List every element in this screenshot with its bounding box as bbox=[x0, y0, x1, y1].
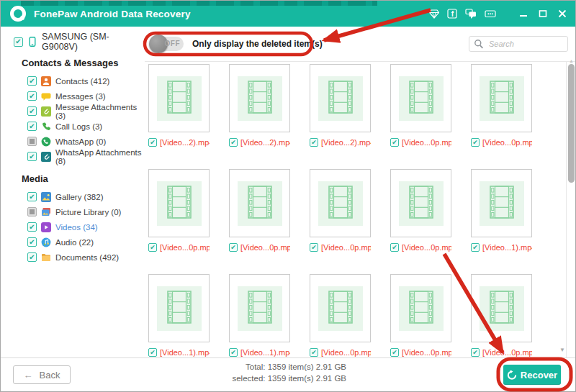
sidebar-item-message-attachments[interactable]: ✔Message Attachments (3) bbox=[27, 104, 145, 119]
sidebar-item-gallery[interactable]: ✔Gallery (382) bbox=[27, 189, 145, 204]
video-item[interactable]: ✔[Video...2).mp4 bbox=[310, 64, 371, 148]
sidebar-item-videos[interactable]: ✔Videos (34) bbox=[27, 219, 145, 234]
video-checkbox[interactable]: ✔ bbox=[471, 138, 480, 147]
video-checkbox[interactable]: ✔ bbox=[229, 243, 238, 252]
video-item[interactable]: ✔[Video...1).mp4 bbox=[229, 274, 290, 358]
search-input[interactable] bbox=[487, 39, 563, 49]
video-checkbox[interactable]: ✔ bbox=[390, 138, 399, 147]
recover-button[interactable]: Recover bbox=[503, 365, 561, 385]
video-item[interactable]: ✔[Video...0p.mp4 bbox=[471, 64, 532, 148]
item-checkbox[interactable]: ✔ bbox=[27, 237, 37, 247]
video-checkbox[interactable]: ✔ bbox=[310, 348, 318, 357]
deleted-only-toggle[interactable]: OFF bbox=[152, 37, 184, 51]
sidebar-item-whatsapp[interactable]: WhatsApp (0) bbox=[27, 134, 145, 149]
video-thumbnail[interactable] bbox=[229, 169, 290, 237]
video-filename: [Video...2).mp4 bbox=[160, 138, 210, 147]
sidebar-item-audio[interactable]: ✔Audio (22) bbox=[27, 234, 145, 250]
back-button[interactable]: ← Back bbox=[13, 365, 71, 384]
item-checkbox[interactable]: ✔ bbox=[27, 192, 37, 201]
video-filename: [Video...1).mp4 bbox=[160, 348, 210, 357]
video-thumbnail[interactable] bbox=[390, 169, 451, 237]
video-item[interactable]: ✔[Video...0p.mp4 bbox=[229, 169, 290, 253]
search-box[interactable] bbox=[469, 36, 568, 52]
video-thumbnail[interactable] bbox=[310, 169, 371, 237]
feedback-icon[interactable] bbox=[465, 9, 477, 19]
video-checkbox[interactable]: ✔ bbox=[471, 243, 480, 252]
device-checkbox[interactable]: ✔ bbox=[14, 37, 23, 47]
video-checkbox[interactable]: ✔ bbox=[229, 348, 238, 357]
video-thumbnail[interactable] bbox=[471, 64, 532, 132]
video-item[interactable]: ✔[Video...0p.mp4 bbox=[390, 274, 451, 358]
video-thumbnail[interactable] bbox=[390, 64, 451, 132]
video-grid: ✔[Video...2).mp4✔[Video...2).mp4✔[Video.… bbox=[148, 64, 532, 358]
thumbnail-placeholder bbox=[480, 286, 524, 331]
video-item[interactable]: ✔[Video...2).mp4 bbox=[229, 64, 290, 148]
video-checkbox[interactable]: ✔ bbox=[390, 243, 399, 252]
video-thumbnail[interactable] bbox=[310, 64, 371, 132]
video-item[interactable]: ✔[Video...0p.mp4 bbox=[390, 169, 451, 253]
video-item[interactable]: ✔[Video...1).mp4 bbox=[148, 274, 210, 358]
video-checkbox[interactable]: ✔ bbox=[471, 348, 480, 357]
video-thumbnail[interactable] bbox=[148, 64, 210, 132]
gallery-icon bbox=[41, 192, 51, 202]
sidebar-item-whatsapp-attachments[interactable]: ✔WhatsApp Attachments (8) bbox=[27, 149, 145, 164]
video-thumbnail[interactable] bbox=[148, 274, 210, 342]
more-menu-icon[interactable] bbox=[485, 9, 496, 19]
device-row[interactable]: ✔ SAMSUNG (SM-G9008V) bbox=[14, 35, 145, 48]
contacts-icon bbox=[41, 76, 51, 86]
video-item[interactable]: ✔[Video...2).mp4 bbox=[148, 64, 210, 148]
scrollbar-up-icon[interactable]: ▲ bbox=[569, 58, 574, 63]
sidebar-item-messages[interactable]: ✔Messages (3) bbox=[27, 88, 145, 104]
facebook-icon[interactable]: f bbox=[447, 9, 457, 19]
item-checkbox[interactable]: ✔ bbox=[27, 76, 37, 86]
video-thumbnail[interactable] bbox=[471, 169, 532, 237]
film-icon bbox=[485, 289, 518, 328]
close-button[interactable] bbox=[558, 9, 567, 18]
video-thumbnail[interactable] bbox=[310, 274, 371, 342]
video-filename: [Video...0p.mp4 bbox=[402, 138, 451, 147]
gem-icon[interactable] bbox=[429, 9, 439, 19]
video-item[interactable]: ✔[Video...0p.mp4 bbox=[310, 169, 371, 253]
video-thumbnail[interactable] bbox=[229, 64, 290, 132]
minimize-button[interactable] bbox=[519, 9, 528, 18]
sidebar-item-documents[interactable]: ✔Documents (492) bbox=[27, 250, 145, 265]
item-checkbox[interactable]: ✔ bbox=[27, 252, 37, 262]
titlebar: FonePaw Android Data Recovery f bbox=[1, 1, 575, 27]
video-item[interactable]: ✔[Video...1).mp4 bbox=[471, 169, 532, 253]
video-item[interactable]: ✔[Video...0p.mp4 bbox=[310, 274, 371, 358]
video-thumbnail[interactable] bbox=[390, 274, 451, 342]
item-checkbox[interactable] bbox=[27, 137, 37, 146]
toolbar: OFF Only display the deleted item(s) bbox=[145, 27, 575, 62]
video-checkbox[interactable]: ✔ bbox=[148, 348, 157, 357]
video-checkbox[interactable]: ✔ bbox=[148, 243, 157, 252]
video-thumbnail[interactable] bbox=[471, 274, 532, 342]
video-item[interactable]: ✔[Video...0p.mp4 bbox=[148, 169, 210, 253]
scrollbar-thumb[interactable] bbox=[568, 64, 575, 183]
cropped-banner bbox=[21, 1, 377, 6]
item-checkbox[interactable]: ✔ bbox=[27, 122, 37, 131]
video-item[interactable]: ✔[Video...0p.mp4 bbox=[471, 274, 532, 358]
item-checkbox[interactable]: ✔ bbox=[27, 222, 37, 232]
video-checkbox[interactable]: ✔ bbox=[310, 243, 318, 252]
selection-summary: Total: 1359 item(s) 2.91 GB selected: 13… bbox=[230, 362, 346, 384]
sidebar-item-call-logs[interactable]: ✔Call Logs (3) bbox=[27, 119, 145, 134]
film-icon bbox=[163, 184, 196, 223]
item-checkbox[interactable]: ✔ bbox=[27, 91, 37, 101]
thumbnail-placeholder bbox=[157, 76, 202, 121]
maximize-button[interactable] bbox=[539, 9, 547, 18]
video-thumbnail[interactable] bbox=[229, 274, 290, 342]
video-checkbox[interactable]: ✔ bbox=[310, 138, 318, 147]
item-checkbox[interactable] bbox=[27, 207, 37, 216]
video-item[interactable]: ✔[Video...0p.mp4 bbox=[390, 64, 451, 148]
video-checkbox[interactable]: ✔ bbox=[390, 348, 399, 357]
sidebar-item-contacts[interactable]: ✔Contacts (412) bbox=[27, 73, 145, 88]
video-checkbox[interactable]: ✔ bbox=[148, 138, 157, 147]
video-checkbox[interactable]: ✔ bbox=[229, 138, 238, 147]
sidebar-item-picture-library[interactable]: Picture Library (0) bbox=[27, 204, 145, 219]
item-checkbox[interactable]: ✔ bbox=[27, 106, 37, 116]
scrollbar-down-icon[interactable]: ▼ bbox=[559, 347, 565, 353]
toggle-state: OFF bbox=[165, 40, 181, 47]
sidebar-item-label: Videos (34) bbox=[55, 223, 98, 232]
video-thumbnail[interactable] bbox=[148, 169, 210, 237]
item-checkbox[interactable]: ✔ bbox=[27, 152, 37, 161]
